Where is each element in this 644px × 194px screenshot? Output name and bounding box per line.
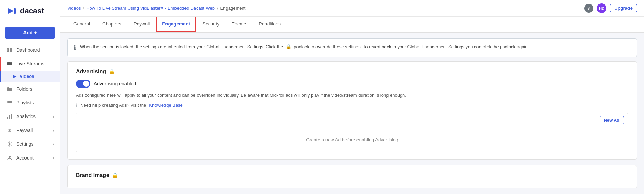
tab-general[interactable]: General	[67, 17, 96, 32]
sidebar-item-playlists[interactable]: Playlists	[0, 96, 60, 110]
svg-rect-9	[7, 102, 12, 103]
svg-rect-5	[10, 50, 12, 52]
info-icon: ℹ	[74, 44, 76, 52]
svg-rect-10	[7, 104, 12, 104]
advertising-toggle-row: Advertising enabled	[76, 80, 628, 88]
main-content: Videos / How To Live Stream Using VidBla…	[60, 0, 644, 194]
svg-rect-13	[11, 114, 12, 119]
svg-rect-1	[14, 8, 16, 14]
chevron-down-icon: ▾	[53, 129, 54, 132]
sidebar-item-label: Folders	[16, 86, 32, 92]
toggle-knob	[83, 81, 89, 87]
topbar-actions: ? HD Upgrade	[584, 3, 637, 13]
person-icon	[7, 155, 13, 161]
help-link-row: ℹ Need help creating Ads? Visit the Know…	[76, 102, 628, 108]
new-ad-button[interactable]: New Ad	[600, 116, 624, 124]
svg-text:$: $	[8, 128, 11, 133]
svg-rect-6	[7, 62, 11, 65]
svg-point-15	[9, 143, 11, 145]
sidebar-item-label: Analytics	[16, 114, 36, 119]
info-banner: ℹ When the section is locked, the settin…	[67, 38, 637, 57]
tab-paywall[interactable]: Paywall	[128, 17, 156, 32]
advertising-section: Advertising 🔒 Advertising enabled Ads co…	[67, 61, 637, 160]
knowledge-base-link[interactable]: Knowledge Base	[149, 103, 183, 108]
help-info-icon: ℹ	[76, 103, 78, 108]
tabs-bar: General Chapters Paywall Engagement Secu…	[60, 17, 644, 33]
logo-text: dacast	[20, 7, 44, 16]
sidebar-item-folders[interactable]: Folders	[0, 82, 60, 96]
brand-image-lock-icon[interactable]: 🔒	[112, 173, 118, 178]
sidebar-item-settings[interactable]: Settings ▾	[0, 137, 60, 151]
info-banner-text: When the section is locked, the settings…	[80, 43, 529, 50]
sidebar-item-label: Settings	[16, 141, 34, 147]
list-icon	[7, 100, 13, 106]
folder-icon	[7, 86, 13, 92]
play-icon: ▶	[13, 74, 16, 78]
svg-marker-7	[11, 62, 12, 65]
advertising-lock-icon[interactable]: 🔒	[109, 69, 115, 74]
ad-toolbar: New Ad	[76, 113, 628, 127]
breadcrumb: Videos / How To Live Stream Using VidBla…	[67, 6, 245, 11]
advertising-toggle[interactable]	[76, 80, 90, 88]
sidebar-item-account[interactable]: Account ▾	[0, 151, 60, 165]
gear-icon	[7, 141, 13, 147]
topbar: Videos / How To Live Stream Using VidBla…	[60, 0, 644, 17]
svg-rect-4	[7, 50, 9, 52]
tab-theme[interactable]: Theme	[225, 17, 252, 32]
tab-security[interactable]: Security	[196, 17, 225, 32]
dollar-icon: $	[7, 127, 13, 133]
tab-engagement[interactable]: Engagement	[156, 17, 196, 32]
sidebar-item-videos[interactable]: ▶ Videos	[0, 71, 60, 82]
sidebar-item-analytics[interactable]: Analytics ▾	[0, 110, 60, 123]
advertising-toggle-label: Advertising enabled	[94, 81, 136, 86]
tab-renditions[interactable]: Renditions	[252, 17, 287, 32]
breadcrumb-sep-2: /	[217, 6, 218, 11]
sidebar: dacast Add + Dashboard Live Streams ▶ Vi…	[0, 0, 60, 194]
content-area: ℹ When the section is locked, the settin…	[60, 33, 644, 194]
brand-image-section: Brand Image 🔒	[67, 165, 637, 188]
breadcrumb-current: Engagement	[220, 6, 246, 11]
ad-container: New Ad Create a new Ad before enabling A…	[76, 113, 628, 152]
sidebar-subitem-label: Videos	[20, 74, 34, 79]
bar-chart-icon	[7, 113, 13, 120]
breadcrumb-video-title[interactable]: How To Live Stream Using VidBlasterX - E…	[86, 6, 215, 11]
chevron-down-icon: ▾	[53, 115, 54, 119]
sidebar-item-label: Account	[16, 155, 34, 161]
sidebar-item-dashboard[interactable]: Dashboard	[0, 43, 60, 57]
grid-icon	[7, 47, 13, 53]
svg-rect-11	[7, 117, 8, 119]
lock-inline-icon: 🔒	[286, 44, 291, 49]
avatar[interactable]: HD	[597, 3, 606, 13]
sidebar-item-label: Live Streams	[16, 61, 44, 67]
ad-empty-message: Create a new Ad before enabling Advertis…	[76, 127, 628, 152]
svg-rect-2	[7, 48, 9, 50]
chevron-down-icon: ▾	[53, 142, 54, 146]
upgrade-button[interactable]: Upgrade	[610, 4, 637, 12]
sidebar-item-live-streams[interactable]: Live Streams	[0, 57, 60, 71]
add-button[interactable]: Add +	[5, 27, 55, 39]
breadcrumb-videos[interactable]: Videos	[67, 6, 81, 11]
breadcrumb-sep-1: /	[83, 6, 84, 11]
sidebar-item-label: Dashboard	[16, 47, 40, 53]
video-icon	[7, 61, 13, 67]
chevron-down-icon: ▾	[53, 156, 54, 160]
help-button[interactable]: ?	[584, 4, 593, 13]
sidebar-item-paywall[interactable]: $ Paywall ▾	[0, 123, 60, 137]
logo-area: dacast	[0, 0, 60, 22]
svg-rect-3	[10, 48, 12, 50]
sidebar-item-label: Paywall	[16, 127, 33, 133]
svg-rect-8	[7, 101, 12, 102]
brand-image-title: Brand Image 🔒	[76, 172, 628, 178]
dacast-logo-icon	[6, 6, 17, 17]
svg-point-16	[9, 156, 11, 158]
svg-marker-0	[8, 8, 14, 14]
advertising-title: Advertising 🔒	[76, 69, 628, 75]
advertising-description: Ads configured here will apply to all yo…	[76, 92, 628, 99]
sidebar-item-label: Playlists	[16, 100, 34, 105]
tab-chapters[interactable]: Chapters	[96, 17, 128, 32]
svg-rect-12	[9, 115, 10, 119]
